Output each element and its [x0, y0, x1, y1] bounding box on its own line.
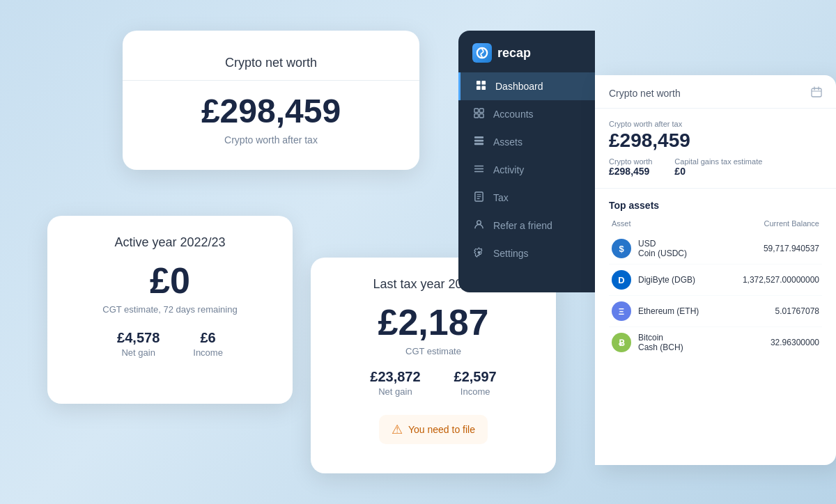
- net-gain-label: Net gain: [117, 347, 160, 358]
- col-balance: Current Balance: [764, 219, 820, 228]
- asset-row: $ USDCoin (USDC) 59,717.940537: [609, 233, 822, 265]
- warning-icon: ⚠: [392, 422, 403, 437]
- cgt-label: Capital gains tax estimate: [674, 157, 762, 166]
- dashboard-label: Dashboard: [495, 81, 543, 92]
- active-year-card: Active year 2022/23 £0 CGT estimate, 72 …: [47, 216, 293, 404]
- top-assets-section: Top assets Asset Current Balance $ USDCo…: [595, 189, 836, 369]
- asset-name: BitcoinCash (BCH): [638, 333, 683, 352]
- assets-table-header: Asset Current Balance: [609, 219, 822, 228]
- net-worth-title: Crypto net worth: [123, 56, 419, 81]
- cgt-value: £0: [674, 166, 762, 177]
- activity-icon: [472, 164, 485, 176]
- accounts-icon: [472, 108, 485, 120]
- refer-icon: [472, 219, 485, 232]
- svg-rect-14: [474, 171, 483, 172]
- svg-rect-13: [474, 168, 483, 169]
- tax-year-value: £2,187: [378, 301, 488, 343]
- tax-income-stat: £2,597 Income: [454, 369, 497, 397]
- tax-label: Tax: [493, 192, 509, 203]
- net-gain-value: £4,578: [117, 330, 160, 346]
- tax-year-subtitle: CGT estimate: [405, 346, 461, 356]
- svg-rect-11: [474, 143, 483, 145]
- asset-name: Ethereum (ETH): [638, 306, 699, 316]
- warning-text: You need to file: [408, 424, 475, 435]
- crypto-worth-value: £298,459: [609, 166, 652, 177]
- settings-icon: [472, 247, 485, 260]
- asset-info: Ƀ BitcoinCash (BCH): [612, 333, 683, 352]
- crypto-worth-label: Crypto worth: [609, 157, 652, 166]
- sidebar: recap Dashboard Accounts Assets Activity: [458, 31, 595, 292]
- asset-name: USDCoin (USDC): [638, 239, 687, 258]
- svg-rect-6: [479, 109, 483, 113]
- calendar-icon[interactable]: [811, 86, 822, 100]
- sidebar-nav: Dashboard Accounts Assets Activity Tax: [458, 72, 595, 267]
- accounts-label: Accounts: [493, 109, 534, 120]
- net-worth-subtitle: Crypto worth after tax: [224, 134, 318, 145]
- panel-header: Crypto net worth: [595, 75, 836, 109]
- active-year-title: Active year 2022/23: [114, 235, 225, 250]
- svg-rect-9: [474, 136, 483, 139]
- tax-net-gain-value: £23,872: [370, 369, 420, 385]
- crypto-net-worth-card: Crypto net worth £298,459 Crypto worth a…: [123, 31, 419, 170]
- svg-rect-12: [474, 166, 483, 166]
- income-stat: £6 Income: [193, 330, 223, 358]
- svg-rect-10: [474, 140, 483, 142]
- active-year-value: £0: [150, 260, 190, 301]
- panel-summary: Crypto worth after tax £298,459 Crypto w…: [595, 109, 836, 189]
- activity-label: Activity: [493, 164, 524, 175]
- sidebar-logo: recap: [458, 31, 595, 72]
- sidebar-item-accounts[interactable]: Accounts: [458, 100, 595, 128]
- assets-label: Assets: [493, 136, 522, 148]
- sidebar-item-activity[interactable]: Activity: [458, 156, 595, 184]
- sidebar-item-settings[interactable]: Settings: [458, 239, 595, 267]
- tax-income-label: Income: [454, 386, 497, 397]
- logo-text: recap: [497, 46, 531, 61]
- asset-row: Ƀ BitcoinCash (BCH) 32.96300000: [609, 327, 822, 358]
- panel-crypto-worth: Crypto worth £298,459: [609, 157, 652, 177]
- active-year-subtitle: CGT estimate, 72 days remaining: [102, 304, 237, 315]
- asset-icon: Ƀ: [612, 333, 631, 352]
- asset-name: DigiByte (DGB): [638, 275, 695, 285]
- svg-rect-1: [476, 81, 480, 85]
- sidebar-item-dashboard[interactable]: Dashboard: [458, 72, 595, 100]
- sidebar-item-assets[interactable]: Assets: [458, 128, 595, 156]
- net-gain-stat: £4,578 Net gain: [117, 330, 160, 358]
- asset-info: D DigiByte (DGB): [612, 270, 695, 290]
- svg-rect-5: [474, 109, 478, 113]
- asset-balance: 1,372,527.00000000: [743, 275, 819, 285]
- asset-rows-container: $ USDCoin (USDC) 59,717.940537 D DigiByt…: [609, 233, 822, 358]
- top-assets-title: Top assets: [609, 200, 822, 211]
- tax-year-stats: £23,872 Net gain £2,597 Income: [370, 369, 496, 397]
- assets-table: Asset Current Balance $ USDCoin (USDC) 5…: [609, 219, 822, 358]
- tax-net-gain-label: Net gain: [370, 386, 420, 397]
- svg-rect-7: [474, 113, 478, 118]
- panel-summary-row: Crypto worth £298,459 Capital gains tax …: [609, 157, 822, 177]
- assets-icon: [472, 136, 485, 148]
- asset-balance: 59,717.940537: [764, 244, 819, 253]
- sidebar-item-tax[interactable]: Tax: [458, 184, 595, 212]
- income-value: £6: [193, 330, 223, 346]
- col-asset: Asset: [612, 219, 631, 228]
- asset-icon: D: [612, 270, 631, 290]
- tax-net-gain-stat: £23,872 Net gain: [370, 369, 420, 397]
- sidebar-item-refer[interactable]: Refer a friend: [458, 212, 595, 239]
- panel-title: Crypto net worth: [609, 88, 681, 99]
- tax-icon: [472, 191, 485, 204]
- tax-warning: ⚠ You need to file: [379, 415, 488, 444]
- settings-label: Settings: [493, 248, 529, 259]
- asset-info: $ USDCoin (USDC): [612, 239, 687, 258]
- svg-rect-21: [812, 88, 821, 97]
- dashboard-icon: [474, 80, 487, 93]
- asset-icon: Ξ: [612, 301, 631, 321]
- asset-balance: 5.01767078: [775, 306, 819, 316]
- asset-icon: $: [612, 239, 631, 258]
- panel-main-label: Crypto worth after tax: [609, 120, 822, 128]
- svg-rect-4: [481, 86, 486, 90]
- asset-row: Ξ Ethereum (ETH) 5.01767078: [609, 296, 822, 327]
- svg-rect-3: [476, 86, 480, 90]
- refer-label: Refer a friend: [493, 220, 552, 231]
- right-panel: Crypto net worth Crypto worth after tax …: [595, 75, 836, 465]
- active-year-stats: £4,578 Net gain £6 Income: [117, 330, 223, 358]
- asset-info: Ξ Ethereum (ETH): [612, 301, 699, 321]
- tax-income-value: £2,597: [454, 369, 497, 385]
